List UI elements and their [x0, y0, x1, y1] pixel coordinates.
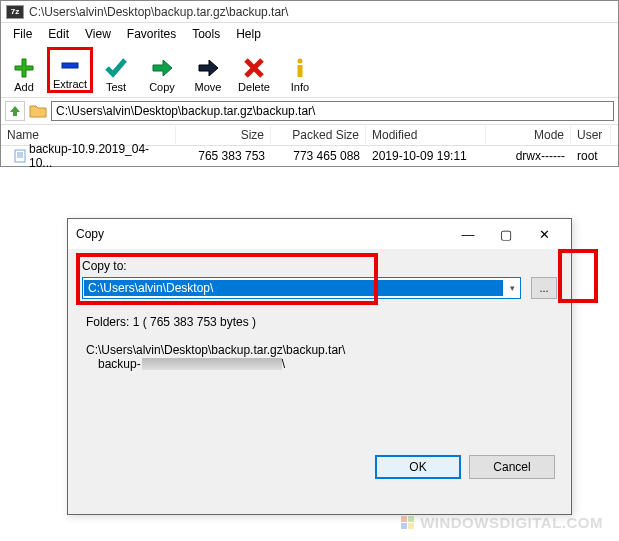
cell-packed: 773 465 088: [271, 149, 366, 163]
highlight-browse: [558, 249, 598, 303]
arrow-right-green-icon: [150, 56, 174, 80]
menu-view[interactable]: View: [77, 25, 119, 43]
move-button[interactable]: Move: [185, 47, 231, 93]
col-size[interactable]: Size: [176, 126, 271, 144]
delete-button[interactable]: Delete: [231, 47, 277, 93]
extract-button[interactable]: Extract: [47, 47, 93, 93]
test-label: Test: [106, 81, 126, 93]
arrow-up-icon: [8, 104, 22, 118]
folder-icon: [29, 104, 47, 118]
svg-rect-7: [408, 523, 414, 529]
copy-to-value: C:\Users\alvin\Desktop\: [84, 280, 503, 296]
copy-dialog: Copy — ▢ ✕ Copy to: C:\Users\alvin\Deskt…: [67, 218, 572, 515]
browse-button[interactable]: ...: [531, 277, 557, 299]
chevron-down-icon[interactable]: ▾: [504, 283, 520, 293]
svg-rect-0: [62, 63, 78, 68]
x-icon: [242, 56, 266, 80]
menu-tools[interactable]: Tools: [184, 25, 228, 43]
info-icon: [288, 56, 312, 80]
menu-favorites[interactable]: Favorites: [119, 25, 184, 43]
col-user[interactable]: User: [571, 126, 611, 144]
delete-label: Delete: [238, 81, 270, 93]
table-row[interactable]: backup-10.9.2019_04-10... 765 383 753 77…: [1, 146, 618, 166]
extract-label: Extract: [53, 78, 87, 90]
info-label: Info: [291, 81, 309, 93]
folders-info: Folders: 1 ( 765 383 753 bytes ): [82, 315, 557, 329]
cell-user: root: [571, 149, 611, 163]
test-button[interactable]: Test: [93, 47, 139, 93]
svg-rect-2: [298, 65, 303, 77]
cancel-button[interactable]: Cancel: [469, 455, 555, 479]
dialog-body: Copy to: C:\Users\alvin\Desktop\ ▾ ... F…: [68, 249, 571, 381]
copy-label: Copy: [149, 81, 175, 93]
cell-name: backup-10.9.2019_04-10...: [23, 142, 170, 170]
close-button[interactable]: ✕: [525, 220, 563, 248]
redacted-text: [142, 358, 282, 370]
watermark: WINDOWSDIGITAL.COM: [401, 514, 603, 531]
col-packed[interactable]: Packed Size: [271, 126, 366, 144]
windows-icon: [401, 516, 415, 530]
menu-edit[interactable]: Edit: [40, 25, 77, 43]
info-button[interactable]: Info: [277, 47, 323, 93]
menubar: File Edit View Favorites Tools Help: [1, 23, 618, 45]
toolbar: Add Extract Test Copy Move: [1, 45, 618, 98]
menu-file[interactable]: File: [5, 25, 40, 43]
app-icon: 7z: [6, 5, 24, 19]
check-icon: [104, 56, 128, 80]
app-window: 7z C:\Users\alvin\Desktop\backup.tar.gz\…: [0, 0, 619, 167]
title-path: C:\Users\alvin\Desktop\backup.tar.gz\bac…: [29, 5, 288, 19]
dialog-title: Copy: [76, 227, 449, 241]
cell-mode: drwx------: [486, 149, 571, 163]
arrow-right-dark-icon: [196, 56, 220, 80]
dialog-titlebar: Copy — ▢ ✕: [68, 219, 571, 249]
menu-help[interactable]: Help: [228, 25, 269, 43]
svg-rect-6: [401, 523, 407, 529]
svg-point-1: [298, 59, 303, 64]
backup-name: backup-\: [82, 357, 557, 371]
move-label: Move: [195, 81, 222, 93]
maximize-button[interactable]: ▢: [487, 220, 525, 248]
dialog-buttons: OK Cancel: [68, 455, 571, 495]
svg-rect-4: [401, 516, 407, 522]
path-input[interactable]: [51, 101, 614, 121]
copy-button[interactable]: Copy: [139, 47, 185, 93]
copy-to-combobox[interactable]: C:\Users\alvin\Desktop\ ▾: [82, 277, 521, 299]
file-icon: [7, 149, 21, 163]
up-button[interactable]: [5, 101, 25, 121]
add-label: Add: [14, 81, 34, 93]
add-button[interactable]: Add: [1, 47, 47, 93]
titlebar: 7z C:\Users\alvin\Desktop\backup.tar.gz\…: [1, 1, 618, 23]
minimize-button[interactable]: —: [449, 220, 487, 248]
minus-icon: [58, 53, 82, 77]
ok-button[interactable]: OK: [375, 455, 461, 479]
col-modified[interactable]: Modified: [366, 126, 486, 144]
cell-size: 765 383 753: [176, 149, 271, 163]
source-path: C:\Users\alvin\Desktop\backup.tar.gz\bac…: [82, 343, 557, 357]
navbar: [1, 98, 618, 124]
cell-modified: 2019-10-09 19:11: [366, 149, 486, 163]
col-mode[interactable]: Mode: [486, 126, 571, 144]
svg-rect-5: [408, 516, 414, 522]
plus-icon: [12, 56, 36, 80]
copy-to-label: Copy to:: [82, 259, 557, 273]
